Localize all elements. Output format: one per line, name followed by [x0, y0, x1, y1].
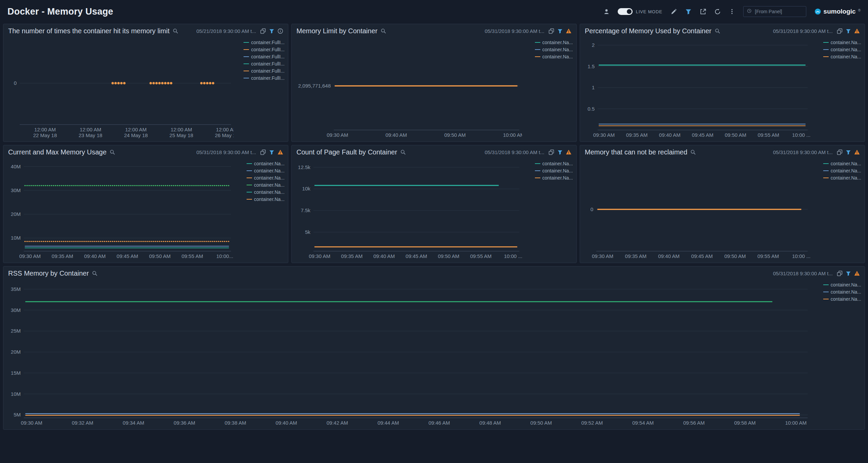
chart-area[interactable]: 2,095,771,64809:30 AM09:40 AM09:50 AM10:… — [294, 38, 522, 140]
panel-filter-icon[interactable] — [269, 150, 274, 155]
panel-memory-limit-hits: The number of times the container hit it… — [3, 24, 288, 142]
panel-actions — [837, 149, 860, 155]
svg-text:09:36 AM: 09:36 AM — [174, 420, 195, 426]
copy-panel-icon[interactable] — [837, 28, 843, 34]
svg-text:12:00 AM23 May 18: 12:00 AM23 May 18 — [79, 127, 102, 138]
legend-item[interactable]: container.FullI... — [244, 40, 285, 45]
time-range-input[interactable] — [754, 8, 798, 15]
panel-warning-icon[interactable] — [566, 149, 572, 155]
legend-item[interactable]: container.Na... — [247, 161, 285, 166]
panel-warning-icon[interactable] — [854, 149, 860, 155]
panel-filter-icon[interactable] — [557, 150, 563, 155]
legend-swatch — [247, 199, 252, 200]
legend-item[interactable]: container.Na... — [823, 40, 861, 45]
chart-area[interactable]: 009:30 AM09:35 AM09:40 AM09:45 AM09:50 A… — [582, 159, 810, 261]
panel-warning-icon[interactable] — [854, 271, 860, 276]
legend-item[interactable]: container.Na... — [535, 168, 573, 173]
panel-warning-icon[interactable] — [854, 28, 860, 34]
svg-text:12:00 AM22 May 18: 12:00 AM22 May 18 — [33, 127, 57, 138]
legend-item[interactable]: container.Na... — [823, 296, 861, 302]
edit-icon[interactable] — [671, 8, 677, 15]
legend-item[interactable]: container.FullI... — [244, 54, 285, 59]
svg-text:0: 0 — [591, 206, 593, 212]
copy-panel-icon[interactable] — [837, 149, 843, 155]
legend-item[interactable]: container.FullI... — [244, 75, 285, 81]
legend-swatch — [244, 56, 249, 57]
legend-item[interactable]: container.Na... — [823, 282, 861, 288]
panel-actions — [837, 271, 860, 276]
panel-warning-icon[interactable] — [566, 28, 572, 34]
legend-swatch — [244, 49, 249, 50]
panel-filter-icon[interactable] — [846, 29, 851, 34]
legend-swatch — [535, 56, 540, 57]
legend-item[interactable]: container.Na... — [247, 168, 285, 173]
svg-text:09:48 AM: 09:48 AM — [479, 420, 501, 426]
panel-filter-icon[interactable] — [269, 29, 274, 34]
zoom-icon[interactable] — [381, 28, 386, 34]
dashboard-grid: The number of times the container hit it… — [3, 24, 865, 430]
legend-item[interactable]: container.Na... — [535, 161, 573, 166]
more-options-icon[interactable] — [729, 8, 735, 15]
legend-item[interactable]: container.Na... — [247, 189, 285, 195]
zoom-icon[interactable] — [400, 149, 406, 155]
legend-item[interactable]: container.Na... — [535, 47, 573, 52]
zoom-icon[interactable] — [173, 28, 178, 34]
legend-label: container.Na... — [831, 175, 861, 181]
live-mode-label: LIVE MODE — [636, 9, 662, 14]
chart-area[interactable]: 10M20M30M40M09:30 AM09:35 AM09:40 AM09:4… — [5, 159, 234, 261]
panel-filter-icon[interactable] — [557, 29, 563, 34]
copy-panel-icon[interactable] — [548, 28, 554, 34]
zoom-icon[interactable] — [92, 271, 98, 276]
legend-item[interactable]: container.FullI... — [244, 47, 285, 52]
user-icon[interactable] — [603, 8, 610, 15]
copy-panel-icon[interactable] — [837, 271, 843, 276]
zoom-icon[interactable] — [110, 149, 115, 155]
svg-text:09:55 AM: 09:55 AM — [758, 132, 779, 138]
panel-info-icon[interactable] — [277, 28, 283, 34]
share-icon[interactable] — [700, 8, 706, 15]
chart-area[interactable]: 5M10M15M20M25M30M35M09:30 AM09:32 AM09:3… — [5, 280, 810, 428]
panel-filter-icon[interactable] — [846, 150, 851, 155]
legend-item[interactable]: container.Na... — [823, 54, 861, 59]
legend-item[interactable]: container.Na... — [823, 175, 861, 181]
legend-label: container.Na... — [542, 161, 573, 166]
svg-text:09:40 AM: 09:40 AM — [385, 132, 407, 138]
panel-warning-icon[interactable] — [277, 149, 283, 155]
copy-panel-icon[interactable] — [260, 149, 266, 155]
legend-label: container.Na... — [542, 168, 573, 173]
legend-item[interactable]: container.Na... — [535, 54, 573, 59]
zoom-icon[interactable] — [690, 149, 696, 155]
filter-icon[interactable] — [685, 8, 692, 15]
chart-area[interactable]: 012:00 AM22 May 1812:00 AM23 May 1812:00… — [5, 38, 234, 140]
legend-item[interactable]: container.Na... — [823, 168, 861, 173]
legend-item[interactable]: container.Na... — [823, 289, 861, 295]
chart-area[interactable]: 0.511.5209:30 AM09:35 AM09:40 AM09:45 AM… — [582, 38, 810, 140]
panel-timerange: 05/31/2018 9:30:00 AM t... — [773, 271, 833, 276]
legend-label: container.Na... — [542, 175, 573, 181]
svg-text:09:44 AM: 09:44 AM — [378, 420, 399, 426]
legend-label: container.Na... — [254, 197, 285, 202]
legend-item[interactable]: container.FullI... — [244, 68, 285, 74]
legend-label: container.Na... — [831, 168, 861, 173]
legend-item[interactable]: container.Na... — [823, 47, 861, 52]
header-controls: LIVE MODE sumologic ® — [603, 6, 861, 17]
dashboard-title: Docker - Memory Usage — [7, 6, 113, 17]
svg-text:10M: 10M — [11, 235, 21, 241]
copy-panel-icon[interactable] — [260, 28, 266, 34]
chart-area[interactable]: 5k7.5k10k12.5k09:30 AM09:35 AM09:40 AM09… — [294, 159, 522, 261]
zoom-icon[interactable] — [715, 28, 720, 34]
svg-text:09:30 AM: 09:30 AM — [21, 420, 42, 426]
refresh-icon[interactable] — [714, 8, 721, 15]
legend-item[interactable]: container.FullI... — [244, 61, 285, 67]
legend-item[interactable]: container.Na... — [247, 182, 285, 188]
live-mode-toggle[interactable] — [618, 8, 633, 15]
legend-item[interactable]: container.Na... — [535, 40, 573, 45]
legend-label: container.Na... — [254, 189, 285, 195]
legend-item[interactable]: container.Na... — [823, 161, 861, 166]
legend-item[interactable]: container.Na... — [247, 197, 285, 202]
legend-item[interactable]: container.Na... — [247, 175, 285, 181]
panel-filter-icon[interactable] — [846, 271, 851, 276]
copy-panel-icon[interactable] — [548, 149, 554, 155]
legend-item[interactable]: container.Na... — [535, 175, 573, 181]
svg-text:09:56 AM: 09:56 AM — [683, 420, 705, 426]
